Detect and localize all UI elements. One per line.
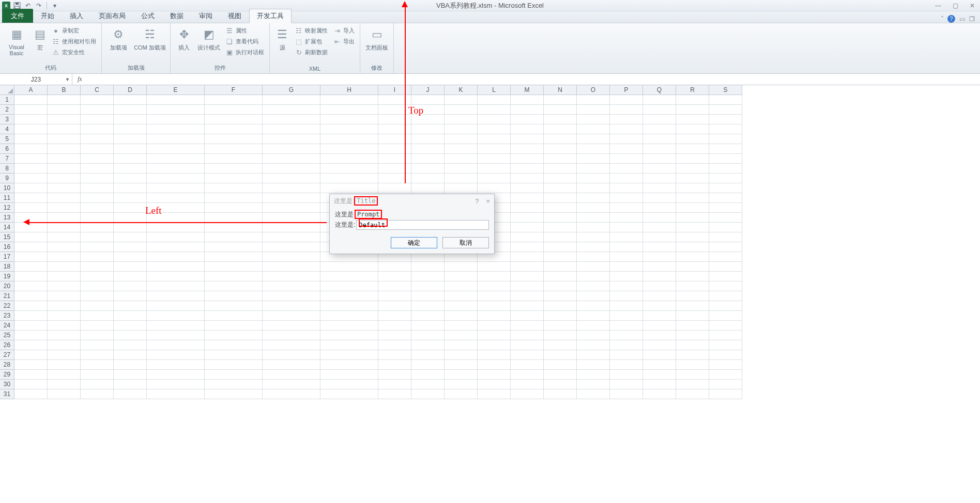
row-header-8[interactable]: 8 xyxy=(0,164,14,174)
row-header-2[interactable]: 2 xyxy=(0,105,14,115)
row-header-3[interactable]: 3 xyxy=(0,115,14,124)
workbook-minimize-icon[interactable]: ▭ xyxy=(959,15,965,23)
dialog-input[interactable] xyxy=(356,220,489,230)
row-header-30[interactable]: 30 xyxy=(0,380,14,389)
row-header-18[interactable]: 18 xyxy=(0,262,14,272)
tab-data[interactable]: 数据 xyxy=(162,9,191,23)
col-header-J[interactable]: J xyxy=(411,85,445,95)
refresh-data-button[interactable]: ↻刷新数据 xyxy=(293,47,330,57)
col-header-I[interactable]: I xyxy=(378,85,411,95)
col-header-H[interactable]: H xyxy=(320,85,378,95)
tab-developer[interactable]: 开发工具 xyxy=(249,9,292,23)
xml-source-button[interactable]: ☰源 xyxy=(273,25,292,53)
tab-insert[interactable]: 插入 xyxy=(62,9,91,23)
row-header-10[interactable]: 10 xyxy=(0,183,14,193)
name-box[interactable]: J23 ▼ xyxy=(0,74,72,85)
macro-security-button[interactable]: ⚠宏安全性 xyxy=(50,47,98,57)
row-header-5[interactable]: 5 xyxy=(0,134,14,144)
row-header-23[interactable]: 23 xyxy=(0,311,14,321)
row-header-20[interactable]: 20 xyxy=(0,281,14,291)
tab-formulas[interactable]: 公式 xyxy=(133,9,162,23)
row-header-13[interactable]: 13 xyxy=(0,213,14,223)
macros-button[interactable]: ▤宏 xyxy=(31,25,49,53)
dialog-titlebar[interactable]: 这里是: Title ? × xyxy=(330,194,494,208)
row-header-31[interactable]: 31 xyxy=(0,389,14,399)
col-header-D[interactable]: D xyxy=(114,85,147,95)
properties-button[interactable]: ☰属性 xyxy=(223,25,266,36)
col-header-C[interactable]: C xyxy=(81,85,114,95)
export-button[interactable]: ⇤导出 xyxy=(331,36,357,46)
cells-area[interactable] xyxy=(14,95,980,503)
row-header-17[interactable]: 17 xyxy=(0,252,14,262)
name-box-dropdown-icon[interactable]: ▼ xyxy=(65,77,70,82)
tab-review[interactable]: 审阅 xyxy=(191,9,220,23)
row-header-21[interactable]: 21 xyxy=(0,291,14,301)
tab-home[interactable]: 开始 xyxy=(33,9,62,23)
select-all-button[interactable] xyxy=(0,85,14,95)
col-header-N[interactable]: N xyxy=(544,85,577,95)
fx-icon[interactable]: fx xyxy=(78,75,82,83)
dialog-close-button[interactable]: × xyxy=(486,197,490,205)
row-header-7[interactable]: 7 xyxy=(0,154,14,164)
document-panel-button[interactable]: ▭文档面板 xyxy=(363,25,390,53)
col-header-R[interactable]: R xyxy=(676,85,709,95)
dialog-help-button[interactable]: ? xyxy=(475,197,479,205)
tab-file[interactable]: 文件 xyxy=(2,9,33,23)
close-button[interactable]: ✕ xyxy=(968,2,977,9)
col-header-S[interactable]: S xyxy=(709,85,742,95)
row-header-26[interactable]: 26 xyxy=(0,340,14,350)
row-header-15[interactable]: 15 xyxy=(0,232,14,242)
row-header-16[interactable]: 16 xyxy=(0,242,14,252)
formula-input[interactable] xyxy=(85,76,980,83)
com-addins-button[interactable]: ☵COM 加载项 xyxy=(133,25,167,53)
minimize-button[interactable]: — xyxy=(933,2,943,9)
record-macro-button[interactable]: ●录制宏 xyxy=(50,25,98,36)
export-icon: ⇤ xyxy=(333,37,341,45)
row-header-9[interactable]: 9 xyxy=(0,174,14,183)
col-header-Q[interactable]: Q xyxy=(643,85,676,95)
row-header-22[interactable]: 22 xyxy=(0,301,14,311)
tab-view[interactable]: 视图 xyxy=(220,9,249,23)
row-header-4[interactable]: 4 xyxy=(0,124,14,134)
dialog-input-prefix: 这里是: xyxy=(335,221,355,229)
tab-layout[interactable]: 页面布局 xyxy=(91,9,133,23)
row-header-14[interactable]: 14 xyxy=(0,223,14,232)
expansion-pack-button[interactable]: ⬚扩展包 xyxy=(293,36,330,46)
workbook-restore-icon[interactable]: ❐ xyxy=(969,15,975,23)
row-header-27[interactable]: 27 xyxy=(0,350,14,360)
design-mode-button[interactable]: ◩设计模式 xyxy=(195,25,222,53)
row-header-1[interactable]: 1 xyxy=(0,95,14,105)
dialog-ok-button[interactable]: 确定 xyxy=(391,237,437,248)
col-header-G[interactable]: G xyxy=(263,85,320,95)
col-header-P[interactable]: P xyxy=(610,85,643,95)
run-dialog-button[interactable]: ▣执行对话框 xyxy=(223,47,266,57)
insert-control-button[interactable]: ✥插入 xyxy=(174,25,194,53)
col-header-F[interactable]: F xyxy=(205,85,263,95)
addins-button[interactable]: ⚙加载项 xyxy=(105,25,132,53)
dialog-cancel-button[interactable]: 取消 xyxy=(442,237,489,248)
row-header-6[interactable]: 6 xyxy=(0,144,14,154)
view-code-button[interactable]: ❏查看代码 xyxy=(223,36,266,46)
col-header-O[interactable]: O xyxy=(577,85,610,95)
maximize-button[interactable]: ▢ xyxy=(951,2,960,9)
col-header-M[interactable]: M xyxy=(511,85,544,95)
ribbon-minimize-icon[interactable]: ˆ xyxy=(941,15,943,23)
visual-basic-button[interactable]: ▦Visual Basic xyxy=(3,25,30,57)
map-properties-button[interactable]: ☷映射属性 xyxy=(293,25,330,36)
col-header-B[interactable]: B xyxy=(48,85,81,95)
col-header-E[interactable]: E xyxy=(147,85,205,95)
col-header-A[interactable]: A xyxy=(14,85,48,95)
row-header-19[interactable]: 19 xyxy=(0,272,14,281)
import-button[interactable]: ⇥导入 xyxy=(331,25,357,36)
visual-basic-label: Visual Basic xyxy=(4,44,29,56)
col-header-K[interactable]: K xyxy=(445,85,478,95)
row-header-11[interactable]: 11 xyxy=(0,193,14,203)
col-header-L[interactable]: L xyxy=(478,85,511,95)
row-header-12[interactable]: 12 xyxy=(0,203,14,213)
relative-ref-button[interactable]: ☷使用相对引用 xyxy=(50,36,98,46)
row-header-24[interactable]: 24 xyxy=(0,321,14,331)
row-header-25[interactable]: 25 xyxy=(0,331,14,340)
help-icon[interactable]: ? xyxy=(947,15,955,23)
row-header-28[interactable]: 28 xyxy=(0,360,14,370)
row-header-29[interactable]: 29 xyxy=(0,370,14,380)
